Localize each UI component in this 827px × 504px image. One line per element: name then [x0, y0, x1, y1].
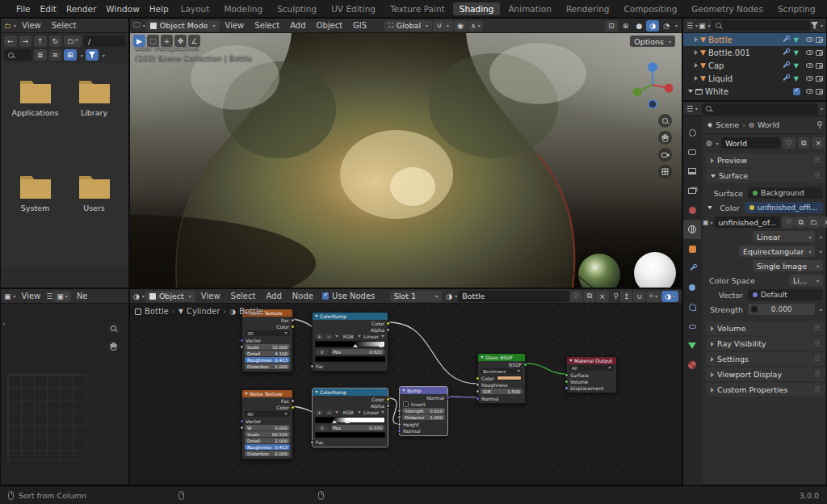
filter-icon[interactable] — [811, 22, 818, 29]
slot-dropdown[interactable]: Slot 1▾ — [390, 291, 443, 302]
white-preview-sphere[interactable] — [634, 252, 676, 288]
up-button[interactable]: ↑ — [34, 36, 47, 47]
workspace-tab-animation[interactable]: Animation — [502, 2, 558, 15]
create-folder-button[interactable]: 🗀⁺ — [64, 36, 82, 47]
expand-icon[interactable] — [695, 50, 698, 55]
expand-icon[interactable] — [695, 37, 698, 42]
unlink-datablock-button[interactable]: × — [812, 137, 825, 149]
copy-datablock-button[interactable]: ⧉ — [798, 137, 809, 149]
image-name-field[interactable]: unfinished_of... — [715, 216, 781, 228]
image-fake-user-button[interactable]: ♡ — [782, 216, 795, 228]
bottle-render[interactable] — [130, 33, 682, 288]
workspace-tab-compositing[interactable]: Compositing — [618, 2, 684, 15]
refresh-button[interactable]: ↻ — [49, 36, 62, 47]
tab-world[interactable] — [683, 220, 701, 239]
properties-options-dropdown[interactable]: ▾ — [821, 106, 823, 111]
node-material-output[interactable]: Material Output All Surface Volume Displ… — [566, 356, 617, 393]
tab-object[interactable] — [683, 239, 701, 258]
node-colorramp-1[interactable]: ColorRamp Color Alpha + − RGB Linear 0 P… — [312, 312, 388, 372]
hide-eye-icon[interactable] — [806, 63, 813, 68]
breadcrumb-scene[interactable]: Scene — [716, 120, 739, 129]
filter-dropdown[interactable]: ▾ — [103, 52, 105, 58]
image-unlink-button[interactable]: × — [821, 216, 827, 228]
hdri-preview-sphere[interactable] — [578, 254, 620, 288]
colorspace-dropdown[interactable]: Li...▾ — [789, 275, 823, 286]
tab-output[interactable] — [683, 162, 701, 181]
stop-color-swatch[interactable] — [315, 432, 385, 438]
properties-search-input[interactable] — [702, 103, 818, 115]
object-name[interactable]: Bottle — [708, 36, 733, 44]
parent-node-tree-button[interactable]: ↥ — [620, 291, 633, 302]
breadcrumb-mesh[interactable]: Cylinder — [187, 307, 220, 316]
socket-normal-input[interactable] — [397, 429, 401, 433]
wireframe-shading-icon[interactable]: ⊕ — [619, 20, 632, 32]
collapse-icon[interactable] — [688, 90, 693, 93]
socket-fac-output[interactable] — [291, 318, 295, 322]
material-fake-user-button[interactable]: ♡ — [570, 291, 583, 302]
image-menu-icon[interactable]: ☰ — [46, 292, 52, 300]
add-stop-button[interactable]: + — [316, 334, 323, 339]
socket-distance-input[interactable] — [397, 415, 401, 419]
shader-node-menu[interactable]: Node — [288, 292, 318, 300]
color-mode[interactable]: RGB — [341, 410, 355, 415]
strength-slider[interactable]: 0.000 — [748, 304, 815, 315]
forward-button[interactable]: → — [19, 36, 32, 47]
stop-color-swatch[interactable] — [315, 356, 385, 362]
workspace-tab-texture-paint[interactable]: Texture Paint — [384, 2, 451, 15]
menu-file[interactable]: File — [11, 4, 36, 14]
viewport-gis-menu[interactable]: GIS — [348, 21, 372, 30]
projection-dropdown[interactable]: Equirectangular▾ — [739, 246, 815, 257]
outliner-row-cap[interactable]: ▼ Cap ▼ — [683, 59, 826, 72]
file-browser-view-menu[interactable]: View — [17, 21, 46, 30]
hide-eye-icon[interactable] — [806, 50, 813, 55]
tab-particles[interactable] — [683, 278, 701, 297]
tab-object-data[interactable] — [683, 336, 701, 355]
menu-window[interactable]: Window — [101, 4, 144, 14]
outliner-row-bottle[interactable]: ▼ Bottle ▼ — [683, 33, 826, 46]
ray-visibility-panel-header[interactable]: Ray Visibility⠿ — [706, 337, 825, 351]
socket-color-output[interactable] — [386, 397, 390, 401]
viewport-add-menu[interactable]: Add — [285, 21, 310, 30]
interpolation-dropdown[interactable]: Linear▾ — [753, 231, 815, 242]
ramp-gradient-bar[interactable] — [315, 341, 385, 347]
ramp-options-dropdown[interactable] — [335, 335, 338, 338]
socket-alpha-output[interactable] — [386, 328, 390, 332]
color-image-selector[interactable]: unfinished_offi... — [745, 202, 823, 213]
image-editor-type-icon[interactable]: ▣ — [4, 292, 11, 300]
material-copy-button[interactable]: ⧉ — [584, 291, 595, 302]
modifier-wrench-icon[interactable] — [783, 76, 787, 81]
disable-render-icon[interactable] — [816, 89, 823, 94]
image-browse-button[interactable]: ▣▾ — [53, 291, 71, 302]
xray-toggle-button[interactable]: ⊡ — [605, 20, 618, 32]
world-datablock-icon[interactable]: ◍ — [706, 139, 712, 147]
tab-constraints[interactable] — [683, 317, 701, 336]
socket-volume-input[interactable] — [565, 380, 569, 384]
viewport-display-panel-header[interactable]: Viewport Display⠿ — [706, 368, 825, 381]
socket-vector-input[interactable] — [240, 338, 244, 342]
material-unlink-button[interactable]: × — [596, 291, 609, 302]
settings-panel-header[interactable]: Settings⠿ — [706, 352, 825, 366]
remove-stop-button[interactable]: − — [325, 410, 333, 415]
menu-render[interactable]: Render — [61, 4, 101, 14]
workspace-tab-sculpting[interactable]: Sculpting — [271, 2, 323, 15]
stop-index-field[interactable]: 0 — [316, 425, 329, 430]
viewport-render[interactable]: User Perspective (103) Scene Collection … — [130, 33, 682, 288]
ramp-options-dropdown[interactable] — [335, 411, 338, 414]
socket-color-output[interactable] — [386, 321, 390, 326]
object-name[interactable]: Cap — [708, 61, 724, 70]
socket-displacement-input[interactable] — [565, 386, 569, 390]
display-size-dropdown[interactable]: ▾ — [81, 52, 83, 58]
expand-icon[interactable] — [695, 63, 698, 68]
rendered-shading-icon[interactable]: ◔ — [660, 20, 673, 32]
disable-render-icon[interactable] — [816, 50, 823, 56]
menu-help[interactable]: Help — [145, 4, 174, 14]
filter-toggle-button[interactable] — [86, 49, 99, 61]
workspace-tab-uv-editing[interactable]: UV Editing — [325, 2, 382, 15]
object-name[interactable]: Liquid — [708, 74, 733, 83]
shader-select-menu[interactable]: Select — [226, 292, 261, 300]
socket-normal-output[interactable] — [446, 396, 450, 400]
tab-scene[interactable] — [683, 200, 701, 220]
roughness-slider[interactable]: Roughness0.413 — [245, 357, 290, 363]
w-slider[interactable]: W0.000 — [245, 425, 290, 430]
workspace-tab-shading[interactable]: Shading — [453, 2, 501, 15]
